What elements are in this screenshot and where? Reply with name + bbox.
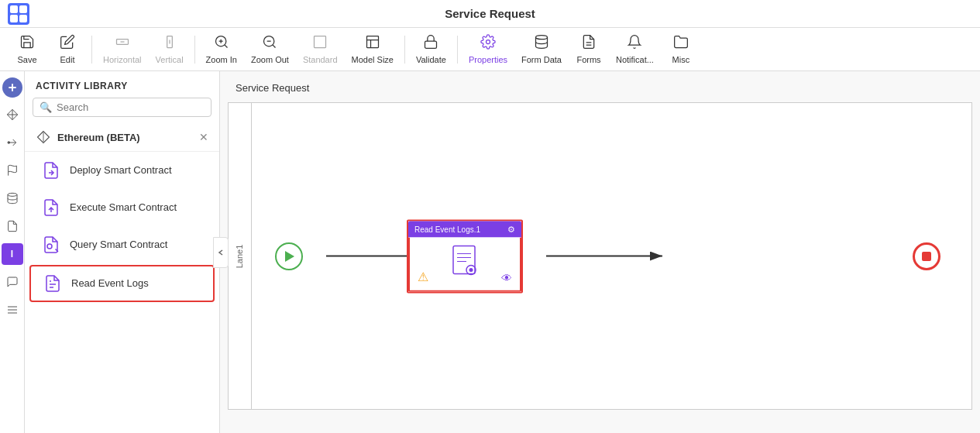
- lane-label-container: Lane1: [229, 103, 252, 409]
- task-settings-icon[interactable]: ⚙: [507, 224, 515, 234]
- zoom-in-label: Zoom In: [206, 55, 237, 64]
- task-body-svg: [449, 244, 480, 283]
- notifications-icon: [627, 34, 642, 53]
- connector-icon[interactable]: [2, 132, 23, 153]
- main-layout: I ACTIVITY LIBRARY 🔍 Ethereum (BETA) ✕: [0, 71, 980, 433]
- zoom-out-icon: [262, 34, 277, 53]
- task-node[interactable]: Read Event Logs.1 ⚙ ⚠ 👁: [407, 219, 523, 293]
- task-warning-icon: ⚠: [418, 269, 428, 284]
- edit-icon: [60, 34, 75, 53]
- execute-smart-contract-label: Execute Smart Contract: [70, 201, 177, 215]
- ethereum-section-icon: [36, 129, 51, 145]
- svg-point-15: [536, 36, 548, 40]
- form-data-button[interactable]: Form Data: [515, 31, 568, 67]
- highlight-icon[interactable]: I: [2, 243, 23, 265]
- top-bar: Service Request: [0, 0, 980, 28]
- collapse-panel-button[interactable]: [213, 237, 229, 268]
- standard-label: Standard: [303, 55, 338, 64]
- misc-label: Misc: [672, 55, 690, 64]
- validate-button[interactable]: Validate: [410, 31, 452, 67]
- search-icon: 🔍: [40, 101, 52, 113]
- properties-label: Properties: [469, 55, 507, 64]
- aws-icon[interactable]: [2, 160, 23, 181]
- save-button[interactable]: Save: [8, 31, 46, 67]
- vertical-icon: [162, 34, 177, 53]
- svg-rect-12: [366, 36, 378, 48]
- deploy-icon: [40, 160, 62, 181]
- ethereum-section-title: Ethereum (BETA): [57, 132, 193, 143]
- misc-icon: [673, 34, 689, 53]
- save-icon: [19, 34, 35, 53]
- flow-arrows: [252, 103, 971, 409]
- app-logo: [8, 3, 29, 25]
- task-body: ⚠ 👁: [408, 237, 521, 291]
- task-eye-icon: 👁: [501, 271, 512, 284]
- deploy-smart-contract-label: Deploy Smart Contract: [70, 164, 172, 177]
- horizontal-button[interactable]: Horizontal: [97, 31, 148, 67]
- zoom-in-button[interactable]: Zoom In: [200, 31, 243, 67]
- menu-icon[interactable]: [2, 299, 23, 321]
- edit-label: Edit: [60, 55, 75, 64]
- svg-point-23: [8, 142, 10, 144]
- task-header: Read Event Logs.1 ⚙: [408, 221, 521, 237]
- database-icon[interactable]: [2, 187, 23, 209]
- forms-icon: [581, 34, 597, 53]
- model-size-button[interactable]: Model Size: [346, 31, 400, 67]
- canvas-title: Service Request: [236, 82, 309, 94]
- query-smart-contract-label: Query Smart Contract: [70, 239, 167, 252]
- activity-panel-header: ACTIVITY LIBRARY: [25, 71, 219, 98]
- canvas-area[interactable]: Service Request Lane1: [220, 71, 980, 433]
- lane-label: Lane1: [236, 244, 245, 268]
- app-icon: [8, 3, 29, 25]
- read-event-logs-item[interactable]: Read Event Logs: [29, 265, 215, 302]
- ethereum-icon[interactable]: [2, 104, 23, 125]
- execute-icon: [40, 197, 62, 218]
- activity-panel: ACTIVITY LIBRARY 🔍 Ethereum (BETA) ✕ Dep…: [25, 71, 220, 433]
- document-icon[interactable]: [2, 215, 23, 237]
- model-size-icon: [365, 34, 380, 53]
- svg-line-5: [225, 45, 228, 48]
- end-event-icon: [922, 252, 931, 261]
- form-data-icon: [534, 34, 549, 53]
- svg-point-44: [469, 268, 473, 272]
- query-smart-contract-item[interactable]: Query Smart Contract: [29, 228, 215, 262]
- validate-icon: [423, 34, 438, 53]
- search-input[interactable]: [57, 101, 205, 113]
- svg-rect-11: [315, 36, 326, 48]
- edit-button[interactable]: Edit: [48, 31, 87, 67]
- add-icon[interactable]: [2, 77, 22, 98]
- zoom-out-label: Zoom Out: [251, 55, 289, 64]
- zoom-out-button[interactable]: Zoom Out: [245, 31, 295, 67]
- notifications-button[interactable]: Notificat...: [610, 31, 660, 67]
- execute-smart-contract-item[interactable]: Execute Smart Contract: [29, 191, 215, 225]
- deploy-smart-contract-item[interactable]: Deploy Smart Contract: [29, 153, 215, 187]
- toolbar: Save Edit Horizontal Vertical Zoom In Zo…: [0, 28, 980, 71]
- vertical-button[interactable]: Vertical: [150, 31, 190, 67]
- svg-point-14: [486, 40, 490, 44]
- canvas-lane: Lane1 Read Event: [228, 102, 972, 410]
- misc-button[interactable]: Misc: [662, 31, 700, 67]
- start-event[interactable]: [275, 242, 303, 270]
- horizontal-label: Horizontal: [103, 55, 142, 64]
- horizontal-icon: [115, 34, 130, 53]
- activity-library-title: ACTIVITY LIBRARY: [36, 81, 128, 91]
- page-title: Service Request: [445, 7, 535, 20]
- standard-button[interactable]: Standard: [297, 31, 344, 67]
- svg-line-9: [273, 45, 276, 48]
- zoom-in-icon: [214, 34, 229, 53]
- properties-button[interactable]: Properties: [462, 31, 514, 67]
- left-sidebar: I: [0, 71, 25, 433]
- read-event-logs-label: Read Event Logs: [71, 277, 149, 290]
- forms-button[interactable]: Forms: [569, 31, 608, 67]
- read-logs-icon: [42, 273, 64, 294]
- forms-label: Forms: [576, 55, 600, 64]
- standard-icon: [312, 34, 328, 53]
- section-close-button[interactable]: ✕: [199, 131, 208, 143]
- end-event[interactable]: [913, 242, 940, 270]
- svg-rect-13: [425, 41, 437, 48]
- query-icon: [40, 234, 62, 256]
- chat-icon[interactable]: [2, 271, 23, 293]
- validate-label: Validate: [416, 55, 446, 64]
- search-box[interactable]: 🔍: [33, 98, 211, 117]
- vertical-label: Vertical: [156, 55, 184, 64]
